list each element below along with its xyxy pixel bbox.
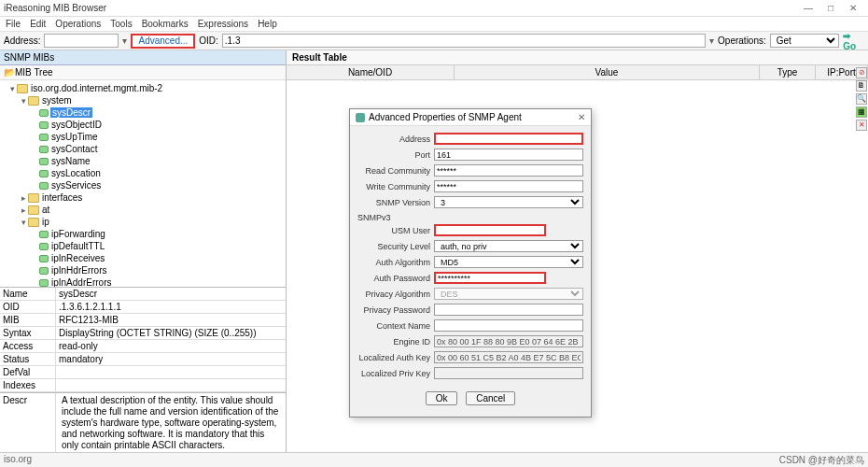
leaf-icon: [39, 243, 49, 250]
dlg-usm-input[interactable]: [434, 224, 546, 236]
leaf-icon: [39, 255, 49, 262]
dlg-port-input[interactable]: [434, 149, 583, 161]
dlg-engid-label: Engine ID: [357, 337, 434, 347]
prop-indexes-value: [56, 379, 286, 391]
tree-ipinhdrerrors[interactable]: ipInHdrErrors: [0, 264, 286, 276]
tree-ipforwarding[interactable]: ipForwarding: [0, 228, 286, 240]
tree-sysuptime[interactable]: sysUpTime: [0, 131, 286, 143]
dlg-lauth-input: [434, 351, 583, 363]
toolbar: Address: ▾ Advanced... OID: ▾ Operations…: [0, 32, 868, 50]
tree-interfaces[interactable]: ▸interfaces: [0, 191, 286, 204]
tree-ip[interactable]: ▾ip: [0, 216, 286, 228]
mibtree-label: MIB Tree: [15, 67, 53, 78]
col-type[interactable]: Type: [760, 65, 816, 79]
window-close-button[interactable]: ✕: [842, 3, 864, 13]
tree-sysname[interactable]: sysName: [0, 155, 286, 167]
prop-syntax-value: DisplayString (OCTET STRING) (SIZE (0..2…: [56, 327, 286, 339]
col-value[interactable]: Value: [455, 65, 760, 79]
dlg-engid-input: [434, 335, 583, 347]
side-stop-icon[interactable]: ⊘: [856, 67, 867, 78]
dialog-logo-icon: [356, 113, 365, 122]
tree-system[interactable]: ▾system: [0, 94, 286, 106]
tree-ipdefaultttl[interactable]: ipDefaultTTL: [0, 240, 286, 252]
go-button[interactable]: ➡ Go: [843, 31, 864, 51]
advanced-button[interactable]: Advanced...: [131, 34, 195, 49]
dlg-address-input[interactable]: [434, 133, 583, 145]
side-delete-icon[interactable]: ✕: [856, 120, 867, 131]
dialog-titlebar[interactable]: Advanced Properties of SNMP Agent ✕: [350, 109, 591, 126]
dlg-address-label: Address: [357, 134, 434, 144]
prop-access-value: read-only: [56, 340, 286, 352]
prop-oid-value: .1.3.6.1.2.1.1.1: [56, 301, 286, 313]
folder-icon: [28, 96, 39, 106]
dialog-cancel-button[interactable]: Cancel: [466, 391, 515, 405]
prop-status-label: Status: [0, 353, 56, 365]
menubar: File Edit Operations Tools Bookmarks Exp…: [0, 17, 868, 32]
dialog-close-button[interactable]: ✕: [578, 112, 585, 122]
dlg-wcomm-input[interactable]: [434, 180, 583, 192]
operations-select[interactable]: Get: [770, 34, 839, 48]
dialog-title: Advanced Properties of SNMP Agent: [369, 112, 522, 122]
tree-root[interactable]: ▾iso.org.dod.internet.mgmt.mib-2: [0, 82, 286, 94]
descr-text: A textual description of the entity. Thi…: [56, 393, 286, 452]
menu-tools[interactable]: Tools: [108, 19, 133, 29]
result-table-columns: Name/OID Value Type IP:Port: [287, 65, 868, 80]
folder-icon: [17, 84, 28, 93]
dlg-privalg-select[interactable]: DES: [434, 288, 583, 300]
prop-defval-label: DefVal: [0, 366, 56, 378]
side-doc-icon[interactable]: 🗎: [856, 80, 867, 92]
statusbar: iso.org CSDN @好奇的菜鸟: [0, 452, 868, 467]
menu-expressions[interactable]: Expressions: [196, 19, 250, 29]
mibtree-header: 📂 MIB Tree: [0, 65, 286, 80]
dlg-usm-label: USM User: [357, 226, 434, 235]
dialog-ok-button[interactable]: Ok: [426, 391, 458, 405]
menu-bookmarks[interactable]: Bookmarks: [140, 19, 190, 29]
mib-tree[interactable]: ▾iso.org.dod.internet.mgmt.mib-2 ▾system…: [0, 80, 286, 287]
window-max-button[interactable]: □: [819, 3, 842, 13]
menu-help[interactable]: Help: [256, 19, 279, 29]
side-table-icon[interactable]: ▦: [856, 106, 867, 118]
side-search-icon[interactable]: 🔍: [856, 93, 867, 105]
tree-syscontact[interactable]: sysContact: [0, 143, 286, 155]
prop-syntax-label: Syntax: [0, 327, 56, 339]
descr-label: Descr: [0, 393, 56, 452]
snmp-mibs-tab[interactable]: SNMP MIBs: [0, 50, 286, 65]
dlg-wcomm-label: Write Community: [357, 182, 434, 191]
leaf-icon: [39, 146, 49, 153]
dlg-ctx-input[interactable]: [434, 319, 583, 332]
menu-file[interactable]: File: [4, 19, 22, 29]
dlg-lpriv-input: [434, 367, 583, 379]
dlg-privpw-input[interactable]: [434, 304, 583, 316]
window-title: iReasoning MIB Browser: [4, 3, 797, 13]
dlg-authalg-select[interactable]: MD5: [434, 256, 583, 268]
leaf-icon: [39, 121, 49, 129]
menu-edit[interactable]: Edit: [28, 19, 48, 29]
tree-sysservices[interactable]: sysServices: [0, 179, 286, 191]
menu-operations[interactable]: Operations: [53, 19, 103, 29]
dlg-authpw-label: Auth Password: [357, 274, 434, 283]
folder-icon: [28, 205, 39, 215]
leaf-icon: [39, 279, 49, 287]
address-input[interactable]: [44, 34, 119, 48]
oid-input[interactable]: [222, 34, 706, 48]
tree-sysobjectid[interactable]: sysObjectID: [0, 119, 286, 131]
advanced-dialog: Advanced Properties of SNMP Agent ✕ Addr…: [349, 108, 592, 417]
leaf-icon: [39, 158, 49, 165]
tree-sysdescr[interactable]: sysDescr: [0, 106, 286, 119]
dlg-version-label: SNMP Version: [357, 198, 434, 207]
col-name[interactable]: Name/OID: [287, 65, 455, 79]
tree-ipinaddrerrors[interactable]: ipInAddrErrors: [0, 276, 286, 287]
tree-ipinreceives[interactable]: ipInReceives: [0, 252, 286, 264]
dlg-rcomm-input[interactable]: [434, 164, 583, 177]
prop-indexes-label: Indexes: [0, 379, 56, 391]
window-min-button[interactable]: —: [797, 3, 819, 13]
dlg-authpw-input[interactable]: [434, 272, 546, 284]
prop-mib-label: MIB: [0, 314, 56, 326]
dlg-seclvl-select[interactable]: auth, no priv: [434, 240, 583, 252]
dlg-version-select[interactable]: 3: [434, 196, 583, 208]
prop-name-value: sysDescr: [56, 288, 286, 300]
tree-at[interactable]: ▸at: [0, 204, 286, 216]
oid-label: OID:: [199, 35, 218, 46]
result-table-header: Result Table: [287, 50, 868, 65]
tree-syslocation[interactable]: sysLocation: [0, 167, 286, 179]
